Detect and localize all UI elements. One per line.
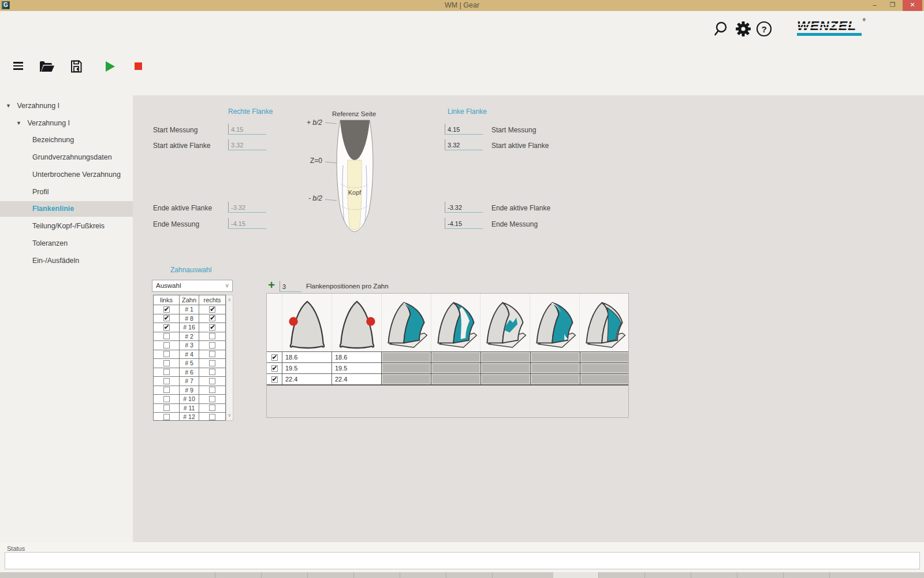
input-ende-messung-right[interactable] <box>228 218 266 229</box>
links-checkbox[interactable] <box>163 333 170 339</box>
position-cell-disabled <box>531 352 580 362</box>
run-play-button[interactable] <box>106 61 115 72</box>
rechts-checkbox[interactable] <box>209 342 215 349</box>
open-file-icon[interactable] <box>39 60 55 75</box>
zahn-row: # 16 <box>154 323 225 332</box>
zahn-number: # 12 <box>180 413 199 421</box>
position-cell-disabled <box>431 374 481 384</box>
search-icon[interactable] <box>714 21 730 37</box>
status-bar: Status <box>0 542 924 572</box>
position-cell-disabled <box>481 363 531 373</box>
rechts-checkbox[interactable] <box>209 360 215 366</box>
gear-tooth-reference-diagram: Kopf <box>324 116 384 236</box>
chevron-down-icon[interactable]: ▼ <box>6 98 11 114</box>
sidebar-item-grundverzahnungsdaten[interactable]: Grundverzahnungsdaten <box>0 150 133 165</box>
tooth-2d-right-dot-icon[interactable] <box>332 294 382 351</box>
sidebar-item-profil[interactable]: Profil <box>0 184 133 200</box>
bottom-edge-strip <box>0 572 924 578</box>
position-cell-disabled <box>580 363 629 373</box>
sidebar-item-unterbrochene-verzahnung[interactable]: Unterbrochene Verzahnung <box>0 167 133 183</box>
position-checkbox[interactable] <box>271 365 278 372</box>
links-checkbox[interactable] <box>163 414 170 420</box>
sidebar-item-bezeichnung[interactable]: Bezeichnung <box>0 132 133 148</box>
zahn-number: # 6 <box>180 368 199 377</box>
zahn-row: # 4 <box>154 350 225 360</box>
chevron-down-icon[interactable]: ▼ <box>16 116 21 131</box>
rechts-checkbox[interactable] <box>209 306 215 313</box>
links-checkbox[interactable] <box>163 378 170 384</box>
save-icon[interactable] <box>70 60 82 75</box>
svg-text:?: ? <box>761 24 766 34</box>
positions-count-input[interactable] <box>280 281 301 292</box>
rechts-checkbox[interactable] <box>209 405 215 411</box>
wenzel-logo-underline <box>797 33 862 36</box>
status-input[interactable] <box>5 552 920 569</box>
position-value-rechts[interactable]: 19.5 <box>332 363 382 373</box>
scroll-down-icon[interactable]: ∨ <box>226 412 233 419</box>
rechts-checkbox[interactable] <box>209 324 215 331</box>
rechts-checkbox[interactable] <box>209 396 215 402</box>
input-ende-messung-left[interactable] <box>445 218 483 229</box>
tooth-3d-flank-wide-icon[interactable] <box>530 294 580 351</box>
rechts-checkbox[interactable] <box>209 387 215 393</box>
links-checkbox[interactable] <box>163 306 170 313</box>
tooth-3d-flank-band-icon[interactable] <box>580 294 629 351</box>
links-checkbox[interactable] <box>163 324 170 331</box>
label-start-messung-left: Start Messung <box>491 125 536 136</box>
rechts-checkbox[interactable] <box>209 414 215 420</box>
restore-button[interactable]: ❐ <box>884 0 901 11</box>
zahn-row: # 6 <box>154 368 225 377</box>
input-ende-aktive-flanke-right[interactable] <box>228 202 266 213</box>
input-start-messung-right[interactable] <box>228 124 266 135</box>
position-value-links[interactable]: 19.5 <box>282 363 332 373</box>
links-checkbox[interactable] <box>163 351 170 357</box>
sidebar-tree: ▼ Verzahnung I ▼ Verzahnung I Bezeichnun… <box>0 95 133 542</box>
settings-gear-icon[interactable] <box>735 21 751 37</box>
add-position-button[interactable]: + <box>266 280 277 291</box>
position-value-links[interactable]: 22.4 <box>282 374 332 384</box>
tooth-3d-flank-full-icon[interactable] <box>382 294 431 351</box>
links-checkbox[interactable] <box>163 342 170 349</box>
tooth-3d-flank-arrow-icon[interactable] <box>480 294 530 351</box>
input-start-aktive-flanke-right[interactable] <box>228 139 266 150</box>
links-checkbox[interactable] <box>163 405 170 411</box>
links-checkbox[interactable] <box>163 369 170 375</box>
position-value-links[interactable]: 18.6 <box>282 352 332 362</box>
links-checkbox[interactable] <box>163 360 170 366</box>
zahn-table-scrollbar[interactable]: ∧ ∨ <box>226 295 233 421</box>
tooth-3d-flank-bands-icon[interactable] <box>431 294 481 351</box>
zahn-number: # 9 <box>180 386 199 395</box>
sidebar-item-toleranzen[interactable]: Toleranzen <box>0 236 133 251</box>
tooth-2d-left-dot-icon[interactable] <box>282 294 332 351</box>
position-checkbox[interactable] <box>271 354 278 361</box>
links-checkbox[interactable] <box>163 315 170 321</box>
input-ende-aktive-flanke-left[interactable] <box>445 202 483 213</box>
label-ende-aktive-flanke-right: Ende aktive Flanke <box>153 203 212 214</box>
input-start-messung-left[interactable] <box>445 124 483 135</box>
sidebar-item-flankenlinie[interactable]: Flankenlinie <box>0 201 133 217</box>
rechts-checkbox[interactable] <box>209 333 215 339</box>
zahn-number: # 4 <box>180 350 199 359</box>
input-start-aktive-flanke-left[interactable] <box>445 139 483 150</box>
hamburger-menu-icon[interactable] <box>13 62 23 72</box>
position-value-rechts[interactable]: 18.6 <box>332 352 382 362</box>
position-checkbox[interactable] <box>271 376 278 383</box>
scroll-up-icon[interactable]: ∧ <box>226 297 233 303</box>
label-ende-aktive-flanke-left: Ende aktive Flanke <box>491 203 550 214</box>
rechts-checkbox[interactable] <box>209 378 215 384</box>
links-checkbox[interactable] <box>163 396 170 402</box>
stop-button[interactable] <box>135 62 142 70</box>
links-checkbox[interactable] <box>163 387 170 393</box>
close-button[interactable]: ✕ <box>903 0 922 11</box>
rechts-checkbox[interactable] <box>209 315 215 321</box>
sidebar-item-verzahnung-root[interactable]: ▼ Verzahnung I <box>0 98 133 114</box>
rechts-checkbox[interactable] <box>209 351 215 357</box>
sidebar-item-verzahnung-child[interactable]: ▼ Verzahnung I <box>0 116 133 131</box>
sidebar-item-ein-ausfaedeln[interactable]: Ein-/Ausfädeln <box>0 253 133 269</box>
minimize-button[interactable]: – <box>866 0 883 11</box>
position-value-rechts[interactable]: 22.4 <box>332 374 382 384</box>
rechts-checkbox[interactable] <box>209 369 215 375</box>
help-icon[interactable]: ? <box>756 21 772 37</box>
sidebar-item-teilung-kopf-fusskreis[interactable]: Teilung/Kopf-/Fußkreis <box>0 218 133 234</box>
auswahl-dropdown[interactable]: Auswahl ˅ <box>152 280 233 292</box>
